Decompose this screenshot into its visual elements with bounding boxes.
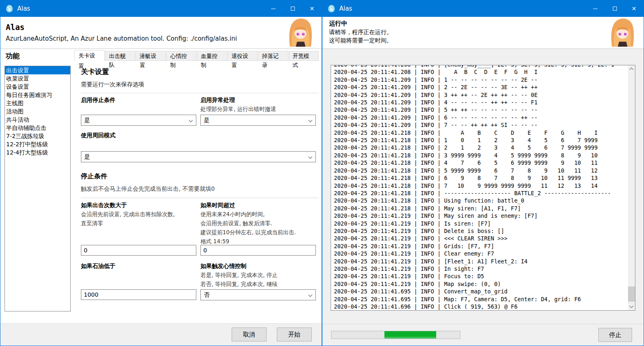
- sidebar-item[interactable]: 活动图: [5, 107, 70, 115]
- tab-bar: 关卡设置 出击舰队 潜艇设置 心情控制 血量控制 退役设置 掉落记录 开荒模式: [74, 50, 319, 61]
- field-label-if-time: 如果时间超过: [200, 202, 316, 209]
- log-scrollbar[interactable]: [628, 65, 635, 310]
- minimize-icon: [271, 9, 276, 9]
- log-line: 2020-04-25 20:11:41.219 | INFO | Is sire…: [334, 220, 627, 227]
- field-label-if-count: 如果出击次数大于: [81, 202, 196, 209]
- field-label-use-loop: 使用周回模式: [81, 132, 196, 139]
- field-desc: 若否, 等待回复, 完成本次, 继续: [200, 281, 316, 288]
- chevron-down-icon: [308, 293, 313, 297]
- tab[interactable]: 掉落记录: [258, 51, 288, 61]
- close-button[interactable]: ✕: [624, 0, 644, 17]
- enable-stop-select[interactable]: 是: [81, 115, 196, 126]
- tab[interactable]: 关卡设置: [74, 50, 105, 61]
- field-desc-enable-exception: 处理部分异常, 运行出错时撤退: [200, 106, 316, 113]
- window-title: Alas: [17, 5, 30, 12]
- minimize-icon: [593, 9, 598, 9]
- tab-label: 心情控制: [170, 53, 187, 68]
- enable-exception-select[interactable]: 是: [200, 115, 316, 126]
- sidebar-item-label: 出击设置: [6, 67, 29, 74]
- if-count-input[interactable]: [81, 245, 196, 256]
- avatar: [611, 18, 635, 47]
- log-line: 2020-04-25 20:11:41.218 | INFO | May sir…: [334, 205, 627, 212]
- alas-run-window: Alas ✕ 运行中 请稍等，程序正在运行。 这可能将需要一定时间。 状态 20…: [322, 0, 644, 346]
- log-line: 2020-04-25 20:11:41.218 | INFO | 5 9999 …: [334, 167, 627, 174]
- sidebar-item[interactable]: 7-2三战拣垃圾: [5, 132, 70, 140]
- use-loop-value: 是: [84, 153, 90, 161]
- sidebar-item[interactable]: 收菜设置: [5, 74, 70, 83]
- avatar: [289, 18, 313, 47]
- log-line: 2020-04-25 20:11:41.209 | INFO | 6 -- --…: [334, 114, 627, 121]
- function-listbox[interactable]: 出击设置 收菜设置 设备设置 每日任务困难演习 主线图 活动图 共斗活动 半自动…: [5, 66, 71, 311]
- log-line: 2020-04-25 20:11:41.695 | INFO | Convert…: [334, 288, 627, 295]
- start-button[interactable]: 开始: [277, 328, 312, 341]
- tab[interactable]: 出击舰队: [105, 51, 136, 61]
- maximize-button[interactable]: [283, 0, 302, 17]
- maximize-button[interactable]: [605, 0, 624, 17]
- sidebar-item[interactable]: 设备设置: [5, 83, 70, 91]
- log-output[interactable]: 2020-04-25 20:11:41.208 | INFO | [enemy_…: [331, 65, 635, 311]
- run-status-title: 运行中: [329, 20, 347, 28]
- log-line: 2020-04-25 20:11:41.209 | INFO | 1 -- --…: [334, 76, 627, 83]
- close-icon: ✕: [632, 6, 637, 12]
- stop-button[interactable]: 停止: [598, 328, 632, 342]
- sidebar-item[interactable]: 主线图: [5, 99, 70, 107]
- tab[interactable]: 退役设置: [228, 51, 258, 61]
- log-line: 2020-04-25 20:11:41.218 | INFO | 2 1 2 3…: [334, 144, 627, 151]
- if-emotion-select[interactable]: 否: [200, 289, 316, 300]
- enable-exception-value: 是: [204, 117, 209, 124]
- use-loop-select[interactable]: 是: [81, 151, 316, 162]
- log-line: 2020-04-25 20:11:41.208 | INFO | A B C D…: [334, 68, 627, 76]
- minimize-button[interactable]: [264, 0, 283, 17]
- section-desc-stop-condition: 触发后不会马上停止会先完成当前出击, 不需要就填0: [81, 185, 215, 193]
- if-oil-input[interactable]: [81, 289, 196, 300]
- log-lines: 2020-04-25 20:11:41.208 | INFO | [enemy_…: [334, 65, 627, 310]
- tab[interactable]: 心情控制: [166, 51, 197, 61]
- log-line: 2020-04-25 20:11:41.218 | INFO | 6 9 8 7…: [334, 174, 627, 182]
- field-label-enable-stop: 启用停止条件: [81, 97, 196, 104]
- sidebar-item[interactable]: 12-4打大型练级: [5, 148, 70, 157]
- field-desc: 格式 14:59: [200, 238, 316, 245]
- sidebar-item-label: 活动图: [6, 108, 23, 115]
- log-line: 2020-04-25 20:11:41.209 | INFO | 4 -- --…: [334, 99, 627, 106]
- close-button[interactable]: ✕: [302, 0, 322, 17]
- tab-label: 血量控制: [201, 53, 218, 68]
- sidebar-item[interactable]: 12-2打中型练级: [5, 140, 70, 148]
- if-time-input[interactable]: [200, 245, 316, 256]
- sidebar-item-label: 主线图: [6, 100, 23, 106]
- maximize-icon: [613, 7, 617, 11]
- log-line: 2020-04-25 20:11:41.219 | INFO | [Fleet_…: [334, 258, 627, 265]
- log-line: 2020-04-25 20:11:41.219 | INFO | Map swi…: [334, 280, 627, 288]
- alas-config-window: Alas ✕ Alas AzurLaneAutoScript, An Azur …: [0, 0, 322, 346]
- run-status-line2: 这可能将需要一定时间。: [329, 37, 392, 44]
- if-emotion-value: 否: [204, 291, 209, 299]
- sidebar-item[interactable]: 出击设置: [5, 66, 70, 74]
- progress-bar: [331, 331, 460, 339]
- scrollbar-thumb[interactable]: [628, 286, 635, 302]
- tab-label: 出击舰队: [109, 53, 126, 68]
- log-line: 2020-04-25 20:11:41.218 | INFO | 3 9999 …: [334, 152, 627, 159]
- sidebar-item[interactable]: 每日任务困难演习: [5, 91, 70, 99]
- sidebar-item[interactable]: 共斗活动: [5, 115, 70, 124]
- enable-stop-value: 是: [84, 117, 90, 124]
- sidebar-item-label: 12-2打中型练级: [6, 141, 48, 148]
- sidebar-item-label: 每日任务困难演习: [6, 92, 52, 98]
- log-line: 2020-04-25 20:11:41.219 | INFO | Clear e…: [334, 250, 627, 257]
- tab[interactable]: 开荒模式: [289, 51, 319, 61]
- field-desc: 若是, 等待回复, 完成本次, 停止: [200, 272, 316, 279]
- action-footer: 取消 开始: [0, 323, 322, 346]
- log-line: 2020-04-25 20:11:41.696 | INFO | Click (…: [334, 303, 627, 310]
- log-line: 2020-04-25 20:11:41.219 | INFO | Grids: …: [334, 242, 627, 250]
- divider: [81, 198, 319, 198]
- log-line: 2020-04-25 20:11:41.209 | INFO | 7 -- --…: [334, 121, 627, 129]
- page-subtitle: 需要运行一次来保存选项: [81, 81, 144, 88]
- cancel-button[interactable]: 取消: [232, 328, 267, 341]
- tab[interactable]: 潜艇设置: [136, 51, 166, 61]
- tab[interactable]: 血量控制: [197, 51, 227, 61]
- scroll-up-button[interactable]: [628, 65, 635, 72]
- minimize-button[interactable]: [586, 0, 605, 17]
- log-line: 2020-04-25 20:11:41.219 | INFO | Delete …: [334, 227, 627, 235]
- sidebar-item-label: 7-2三战拣垃圾: [6, 133, 44, 139]
- field-desc: 会沿用先前设置, 完成出击将扣除次数,: [81, 211, 196, 218]
- sidebar-item[interactable]: 半自动辅助点击: [5, 124, 70, 132]
- scroll-down-button[interactable]: [628, 303, 635, 310]
